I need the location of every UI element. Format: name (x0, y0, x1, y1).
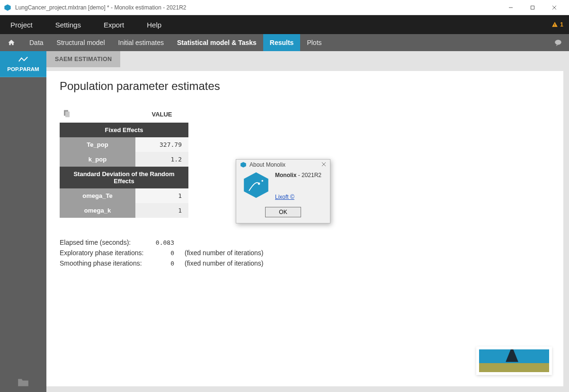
about-dialog: About Monolix Monolix - 2021R2 (236, 159, 330, 223)
smoothing-value: 0 (153, 260, 174, 267)
content-card: Population parameter estimates VALUE Fix… (46, 71, 563, 386)
content-area: SAEM ESTIMATION Population parameter est… (46, 51, 569, 392)
param-value: 1.2 (135, 152, 188, 167)
warning-indicator[interactable]: ! 1 (551, 21, 563, 28)
tab-initial-estimates[interactable]: Initial estimates (112, 34, 170, 51)
close-button[interactable] (543, 0, 565, 15)
menu-help[interactable]: Help (142, 19, 166, 31)
table-row: omega_k 1 (60, 203, 188, 218)
dialog-body-text: Monolix - 2021R2 Lixoft © (275, 171, 321, 201)
app-icon (4, 4, 11, 11)
elapsed-label: Elapsed time (seconds): (60, 239, 145, 246)
tab-statistical-model-tasks[interactable]: Statistical model & Tasks (170, 34, 263, 51)
window-title: LungCancer_project.mlxtran [demo] * - Mo… (15, 4, 500, 11)
home-icon (8, 39, 15, 46)
smoothing-label: Smoothing phase iterations: (60, 259, 145, 267)
elapsed-value: 0.083 (153, 239, 174, 246)
minimize-button[interactable] (500, 0, 522, 15)
dialog-title: About Monolix (249, 161, 285, 168)
dialog-close-button[interactable] (321, 161, 326, 168)
folder-icon (17, 377, 29, 387)
window-controls (500, 0, 565, 15)
copy-icon[interactable] (62, 109, 71, 118)
section-random-effects: Standard Deviation of the Random Effects (60, 167, 188, 188)
svg-rect-2 (531, 6, 534, 9)
tab-results[interactable]: Results (263, 34, 301, 51)
warning-icon: ! (551, 21, 558, 28)
left-sidebar: POP.PARAM (0, 51, 46, 392)
tab-data[interactable]: Data (23, 34, 50, 51)
lixoft-link[interactable]: Lixoft © (275, 194, 294, 200)
tabbar: Data Structural model Initial estimates … (0, 34, 569, 51)
table-row: omega_Te 1 (60, 188, 188, 203)
tab-structural-model[interactable]: Structural model (50, 34, 112, 51)
exploratory-label: Exploratory phase iterations: (60, 249, 145, 257)
home-tab[interactable] (0, 34, 23, 51)
menu-project[interactable]: Project (6, 19, 37, 31)
param-value: 1 (135, 188, 188, 203)
mini-chart-thumbnail[interactable] (476, 347, 552, 375)
ok-button[interactable]: OK (265, 207, 301, 217)
maximize-button[interactable] (522, 0, 543, 15)
page-title: Population parameter estimates (60, 80, 550, 93)
product-version: 2021R2 (302, 172, 321, 178)
exploratory-note: (fixed number of iterations) (185, 249, 264, 257)
window-titlebar: LungCancer_project.mlxtran [demo] * - Mo… (0, 0, 569, 15)
svg-point-6 (555, 40, 561, 45)
param-value: 1 (135, 203, 188, 218)
product-name: Monolix (275, 172, 296, 178)
svg-marker-9 (240, 162, 246, 168)
param-name: omega_Te (60, 188, 135, 203)
sidebar-item-label: POP.PARAM (7, 66, 39, 72)
parameter-table: VALUE Fixed Effects Te_pop 327.79 k_pop … (60, 106, 188, 218)
app-icon (240, 161, 247, 168)
main-shell: POP.PARAM SAEM ESTIMATION Population par… (0, 51, 569, 392)
svg-point-13 (258, 183, 260, 185)
section-fixed-effects: Fixed Effects (60, 123, 188, 137)
param-name: omega_k (60, 203, 135, 218)
table-row: Te_pop 327.79 (60, 137, 188, 152)
svg-marker-0 (4, 4, 10, 10)
chat-icon[interactable] (554, 38, 562, 47)
dialog-titlebar: About Monolix (236, 160, 330, 170)
chart-icon (18, 56, 28, 63)
table-row: k_pop 1.2 (60, 152, 188, 167)
column-header-value: VALUE (135, 106, 188, 123)
svg-text:!: ! (554, 23, 555, 27)
param-name: k_pop (60, 152, 135, 167)
execution-stats: Elapsed time (seconds): 0.083 Explorator… (60, 239, 550, 267)
exploratory-value: 0 (153, 249, 174, 257)
menu-export[interactable]: Export (99, 19, 129, 31)
smoothing-note: (fixed number of iterations) (185, 259, 264, 267)
product-hexagon-icon (242, 171, 270, 199)
tab-plots[interactable]: Plots (300, 34, 328, 51)
subtabbar: SAEM ESTIMATION (46, 51, 569, 67)
svg-marker-12 (244, 172, 268, 198)
svg-point-14 (261, 180, 263, 182)
subtab-saem-estimation[interactable]: SAEM ESTIMATION (46, 51, 120, 67)
warning-count: 1 (560, 21, 563, 28)
param-name: Te_pop (60, 137, 135, 152)
folder-button[interactable] (0, 372, 46, 392)
menubar: Project Settings Export Help ! 1 (0, 15, 569, 34)
param-value: 327.79 (135, 137, 188, 152)
menu-settings[interactable]: Settings (51, 19, 86, 31)
chat-icon-area (554, 34, 569, 51)
sidebar-item-popparam[interactable]: POP.PARAM (0, 51, 46, 77)
close-icon (321, 162, 326, 167)
svg-rect-8 (65, 112, 70, 117)
